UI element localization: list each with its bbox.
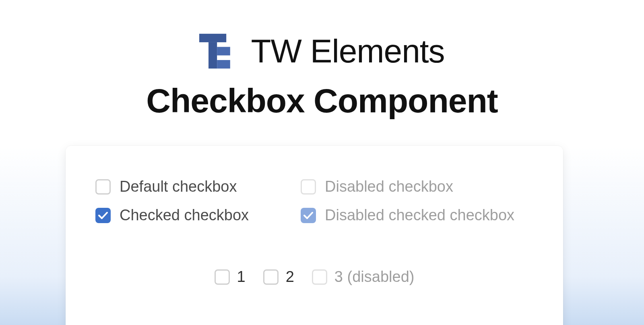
checkbox-box-disabled-unchecked xyxy=(312,269,327,285)
check-icon xyxy=(98,211,108,219)
checkbox-label: Disabled checkbox xyxy=(325,178,453,195)
checkbox-default[interactable]: Default checkbox xyxy=(95,178,301,195)
checkbox-label: Default checkbox xyxy=(120,178,237,195)
checkbox-label: Checked checkbox xyxy=(120,207,249,224)
demo-card: Default checkbox Disabled checkbox Check… xyxy=(66,146,563,325)
checkbox-label: Disabled checked checkbox xyxy=(325,207,514,224)
checkbox-checked[interactable]: Checked checkbox xyxy=(95,207,301,224)
inline-label: 2 xyxy=(286,268,294,286)
checkbox-grid: Default checkbox Disabled checkbox Check… xyxy=(95,178,533,224)
inline-checkbox-row: 1 2 3 (disabled) xyxy=(95,268,533,286)
brand-title: TW Elements xyxy=(251,32,444,70)
checkbox-disabled: Disabled checkbox xyxy=(301,178,533,195)
inline-label: 3 (disabled) xyxy=(334,268,415,286)
checkbox-disabled-checked: Disabled checked checkbox xyxy=(301,207,533,224)
svg-rect-0 xyxy=(199,34,226,42)
inline-label: 1 xyxy=(237,268,246,286)
checkbox-box-unchecked[interactable] xyxy=(263,269,279,285)
checkbox-box-checked[interactable] xyxy=(95,208,111,223)
page-header: TW Elements Checkbox Component xyxy=(0,0,644,120)
inline-checkbox-3-disabled: 3 (disabled) xyxy=(312,268,415,286)
brand-row: TW Elements xyxy=(0,32,644,70)
check-icon xyxy=(303,211,313,219)
svg-rect-1 xyxy=(208,42,217,68)
svg-rect-3 xyxy=(217,60,231,68)
inline-checkbox-2[interactable]: 2 xyxy=(263,268,294,286)
checkbox-box-unchecked[interactable] xyxy=(95,179,111,195)
page-subtitle: Checkbox Component xyxy=(0,81,644,120)
checkbox-box-disabled-checked xyxy=(301,208,316,223)
te-logo-icon xyxy=(199,33,238,69)
inline-checkbox-1[interactable]: 1 xyxy=(215,268,246,286)
svg-rect-2 xyxy=(217,47,231,55)
checkbox-box-unchecked[interactable] xyxy=(215,269,230,285)
checkbox-box-disabled-unchecked xyxy=(301,179,316,195)
